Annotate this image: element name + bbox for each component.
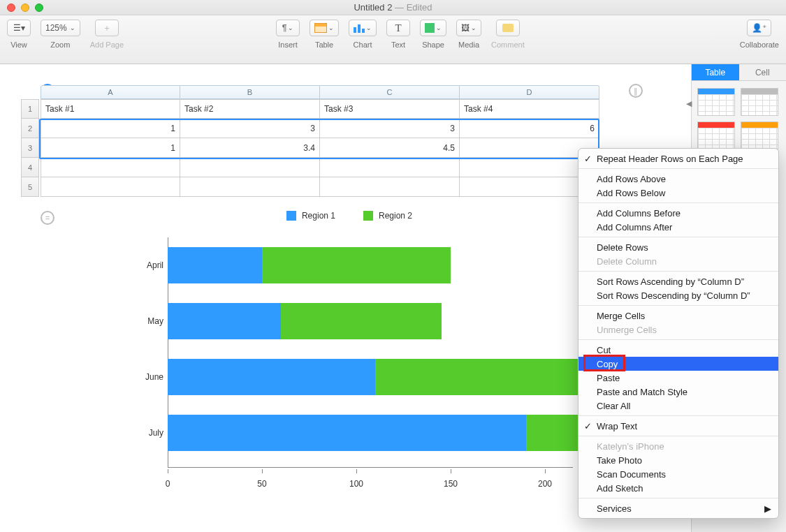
menu-item-label: Delete Column xyxy=(597,256,657,267)
column-header[interactable]: B xyxy=(180,85,320,99)
menu-separator xyxy=(578,498,778,498)
row-header[interactable]: 4 xyxy=(21,158,39,177)
table-cell[interactable] xyxy=(180,177,320,197)
context-menu[interactable]: ✓Repeat Header Rows on Each PageAdd Rows… xyxy=(578,148,779,519)
row-header[interactable]: 2 xyxy=(21,119,39,138)
shape-label: Shape xyxy=(422,40,444,49)
menu-item[interactable]: Add Rows Below xyxy=(578,186,778,200)
menu-item[interactable]: Sort Rows Descending by “Column D” xyxy=(578,288,778,302)
table-cell[interactable]: 3 xyxy=(180,119,320,138)
legend-label: Region 1 xyxy=(302,211,335,221)
table-row[interactable]: 13.44.5 xyxy=(41,138,599,158)
menu-item[interactable]: Add Columns After xyxy=(578,220,778,234)
add-row-handle[interactable]: = xyxy=(41,211,54,225)
table-label: Table xyxy=(315,40,333,49)
table-cell[interactable] xyxy=(320,158,460,177)
axis-tick-label: 100 xyxy=(349,479,363,489)
table-body[interactable]: Task #1Task #2Task #3Task #4133613.44.5 xyxy=(41,99,599,197)
table-cell[interactable] xyxy=(320,177,460,197)
axis-tick xyxy=(545,469,546,473)
menu-item[interactable]: ✓Wrap Text xyxy=(578,419,778,433)
insert-group: ¶⌄ Insert xyxy=(276,20,300,49)
text-button[interactable]: T xyxy=(386,20,410,36)
shape-button[interactable]: ⌄ xyxy=(420,20,446,36)
menu-item[interactable]: Cut xyxy=(578,343,778,357)
chart-button[interactable]: ⌄ xyxy=(349,20,377,36)
menu-item[interactable]: Scan Documents xyxy=(578,467,778,481)
menu-item[interactable]: Delete Rows xyxy=(578,240,778,254)
table-cell[interactable]: Task #3 xyxy=(320,99,460,119)
bar-chart[interactable]: Region 1 Region 2 AprilMayJuneJuly 05010… xyxy=(126,211,573,489)
menu-item[interactable]: Merge Cells xyxy=(578,309,778,323)
table-row[interactable]: Task #1Task #2Task #3Task #4 xyxy=(41,99,599,119)
column-header[interactable]: D xyxy=(460,85,599,99)
table-cell[interactable]: 1 xyxy=(41,138,180,158)
chevron-down-icon: ⌄ xyxy=(436,24,442,31)
table-cell[interactable]: Task #4 xyxy=(460,99,599,119)
table-cell[interactable]: 3.4 xyxy=(180,138,320,158)
menu-item[interactable]: ✓Repeat Header Rows on Each Page xyxy=(578,152,778,165)
table-cell[interactable]: Task #2 xyxy=(180,99,320,119)
menu-item[interactable]: Add Rows Above xyxy=(578,172,778,186)
disclosure-arrow-icon[interactable]: ◀ xyxy=(686,99,692,108)
chart-plot-area: AprilMayJuneJuly 050100150200 xyxy=(168,237,573,489)
axis-tick xyxy=(451,469,451,473)
table-row[interactable]: 1336 xyxy=(41,119,599,138)
category-label: July xyxy=(149,428,163,438)
spreadsheet-table[interactable]: ABCD 12345 Task #1Task #2Task #3Task #41… xyxy=(41,85,599,197)
chevron-down-icon: ⌄ xyxy=(328,24,334,31)
menu-item[interactable]: Add Columns Before xyxy=(578,206,778,220)
menu-item: Delete Column xyxy=(578,254,778,268)
table-style-1[interactable] xyxy=(697,88,735,116)
comment-group: Comment xyxy=(491,20,525,49)
table-button[interactable]: ⌄ xyxy=(310,20,339,36)
menu-item[interactable]: Take Photo xyxy=(578,453,778,467)
table-style-3[interactable] xyxy=(697,121,735,149)
view-button[interactable]: ☰▾ xyxy=(7,20,31,36)
menu-item[interactable]: Paste and Match Style xyxy=(578,385,778,399)
column-header-row[interactable]: ABCD xyxy=(41,85,599,99)
row-header[interactable]: 5 xyxy=(21,177,39,197)
table-cell[interactable] xyxy=(41,158,180,177)
table-cell[interactable]: 1 xyxy=(41,119,180,138)
inspector-tab-table[interactable]: Table xyxy=(692,64,739,81)
menu-item[interactable]: Copy xyxy=(578,357,778,371)
add-page-group: ＋ Add Page xyxy=(90,20,124,49)
bar-group xyxy=(168,247,451,283)
table-cell[interactable]: 6 xyxy=(460,119,599,138)
collaborate-button[interactable]: 👤⁺ xyxy=(747,20,771,36)
table-row[interactable] xyxy=(41,177,599,197)
zoom-label: Zoom xyxy=(50,40,70,49)
menu-item[interactable]: Add Sketch xyxy=(578,481,778,495)
table-style-2[interactable] xyxy=(741,88,778,116)
table-icon xyxy=(314,23,327,33)
table-cell[interactable] xyxy=(41,177,180,197)
zoom-select[interactable]: 125%⌄ xyxy=(41,20,80,36)
table-cell[interactable]: 3 xyxy=(320,119,460,138)
bar-group xyxy=(168,303,442,339)
menu-item[interactable]: Clear All xyxy=(578,399,778,413)
media-button[interactable]: 🖼⌄ xyxy=(456,20,481,36)
row-header[interactable]: 1 xyxy=(21,99,39,119)
row-header-column[interactable]: 12345 xyxy=(21,99,39,197)
comment-button[interactable] xyxy=(496,20,520,36)
table-cell[interactable]: Task #1 xyxy=(41,99,180,119)
table-cell[interactable]: 4.5 xyxy=(320,138,460,158)
menu-item[interactable]: Paste xyxy=(578,371,778,385)
legend-item-region1: Region 1 xyxy=(286,211,335,221)
menu-item[interactable]: Services▶ xyxy=(578,501,778,515)
column-header[interactable]: C xyxy=(320,85,460,99)
column-header[interactable]: A xyxy=(41,85,180,99)
table-style-4[interactable] xyxy=(741,121,778,149)
table-cell[interactable] xyxy=(180,158,320,177)
insert-button[interactable]: ¶⌄ xyxy=(276,20,300,36)
inspector-tab-cell[interactable]: Cell xyxy=(739,64,787,81)
menu-item-label: Add Columns After xyxy=(597,222,672,232)
add-column-handle[interactable]: ‖ xyxy=(629,84,643,98)
row-header[interactable]: 3 xyxy=(21,138,39,158)
table-row[interactable] xyxy=(41,158,599,177)
shape-icon xyxy=(425,23,435,33)
menu-item[interactable]: Sort Rows Ascending by “Column D” xyxy=(578,274,778,288)
checkmark-icon: ✓ xyxy=(584,154,592,164)
add-page-button[interactable]: ＋ xyxy=(95,20,119,36)
